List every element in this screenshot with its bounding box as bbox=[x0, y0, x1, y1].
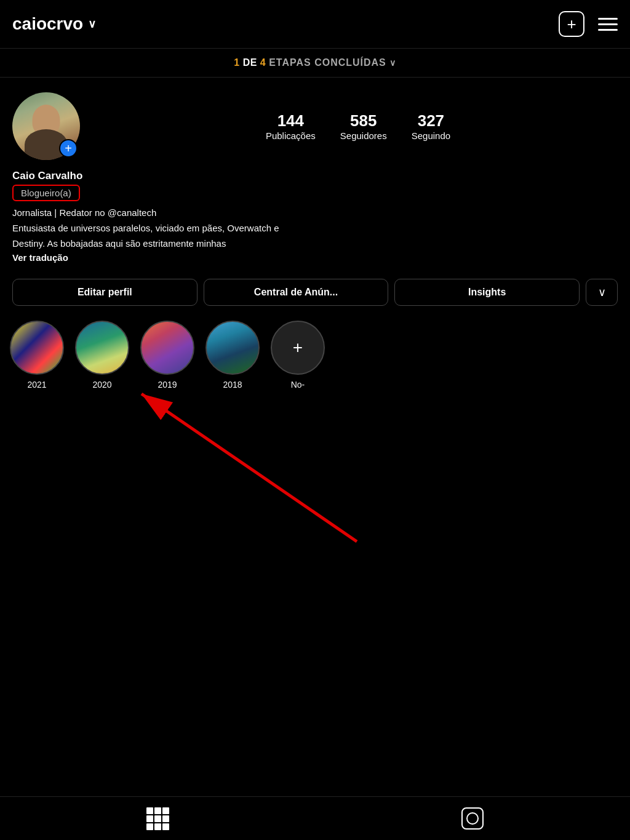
grid-icon bbox=[146, 807, 169, 830]
grid-tab[interactable] bbox=[146, 807, 169, 830]
bio-line3: Destiny. As bobajadas aqui são estritame… bbox=[12, 237, 618, 250]
steps-label: ETAPAS CONCLUÍDAS bbox=[269, 57, 389, 68]
stat-posts[interactable]: 144 Publicações bbox=[266, 111, 316, 142]
highlight-label-2019: 2019 bbox=[158, 380, 177, 390]
bio-line2: Entusiasta de universos paralelos, vicia… bbox=[12, 222, 618, 234]
highlight-label-2021: 2021 bbox=[27, 380, 46, 390]
highlight-new[interactable]: + No- bbox=[271, 321, 325, 390]
ad-center-button[interactable]: Central de Anún... bbox=[204, 279, 389, 306]
bio-section: Caio Carvalho Blogueiro(a) Jornalista | … bbox=[0, 170, 630, 273]
highlight-2019[interactable]: 2019 bbox=[140, 321, 194, 390]
more-options-button[interactable]: ∨ bbox=[586, 279, 618, 306]
highlight-label-2020: 2020 bbox=[92, 380, 111, 390]
profile-section: + 144 Publicações 585 Seguidores 327 Seg… bbox=[0, 78, 630, 170]
username-chevron[interactable]: ∨ bbox=[88, 17, 96, 31]
highlight-circle-2019 bbox=[140, 321, 194, 375]
highlight-2018[interactable]: 2018 bbox=[205, 321, 260, 390]
highlight-2021[interactable]: 2021 bbox=[10, 321, 64, 390]
highlight-2020[interactable]: 2020 bbox=[75, 321, 129, 390]
tab-bar-spacer bbox=[0, 399, 630, 449]
highlight-label-2018: 2018 bbox=[223, 380, 242, 390]
steps-separator: DE bbox=[243, 57, 260, 68]
add-icon-label: + bbox=[567, 15, 576, 34]
highlight-circle-2021 bbox=[10, 321, 64, 375]
insights-button[interactable]: Insights bbox=[394, 279, 580, 306]
followers-label: Seguidores bbox=[340, 130, 387, 141]
highlights-section: 2021 2020 2019 2018 + No- bbox=[0, 316, 630, 399]
steps-current: 1 bbox=[234, 57, 239, 68]
followers-count: 585 bbox=[340, 111, 387, 130]
username-display[interactable]: caiocrvo ∨ bbox=[12, 14, 96, 34]
profile-category: Blogueiro(a) bbox=[12, 185, 80, 201]
steps-banner[interactable]: 1 DE 4 ETAPAS CONCLUÍDAS ∨ bbox=[0, 49, 630, 78]
profile-name: Caio Carvalho bbox=[12, 170, 618, 182]
steps-total: 4 bbox=[260, 57, 266, 68]
header-icons: + bbox=[559, 11, 618, 37]
username-text: caiocrvo bbox=[12, 14, 83, 34]
steps-chevron[interactable]: ∨ bbox=[389, 58, 396, 68]
highlight-label-new: No- bbox=[291, 380, 305, 390]
tag-tab[interactable] bbox=[461, 807, 484, 830]
translate-button[interactable]: Ver tradução bbox=[12, 252, 618, 263]
stat-following[interactable]: 327 Seguindo bbox=[412, 111, 450, 142]
header: caiocrvo ∨ + bbox=[0, 0, 630, 49]
stat-followers[interactable]: 585 Seguidores bbox=[340, 111, 387, 142]
highlight-circle-2018 bbox=[205, 321, 260, 375]
edit-profile-button[interactable]: Editar perfil bbox=[12, 279, 197, 306]
posts-count: 144 bbox=[266, 111, 316, 130]
following-count: 327 bbox=[412, 111, 450, 130]
following-label: Seguindo bbox=[412, 130, 450, 141]
tag-icon bbox=[461, 807, 484, 830]
highlight-circle-new: + bbox=[271, 321, 325, 375]
avatar-container: + bbox=[12, 92, 80, 160]
bio-line1: Jornalista | Redator no @canaltech bbox=[12, 206, 618, 219]
tab-bar bbox=[0, 796, 630, 840]
posts-label: Publicações bbox=[266, 130, 316, 141]
action-buttons: Editar perfil Central de Anún... Insight… bbox=[0, 273, 630, 316]
highlight-circle-2020 bbox=[75, 321, 129, 375]
add-story-button[interactable]: + bbox=[59, 139, 78, 158]
menu-icon[interactable] bbox=[598, 18, 618, 31]
profile-stats: 144 Publicações 585 Seguidores 327 Segui… bbox=[98, 111, 618, 142]
new-post-icon[interactable]: + bbox=[559, 11, 584, 37]
